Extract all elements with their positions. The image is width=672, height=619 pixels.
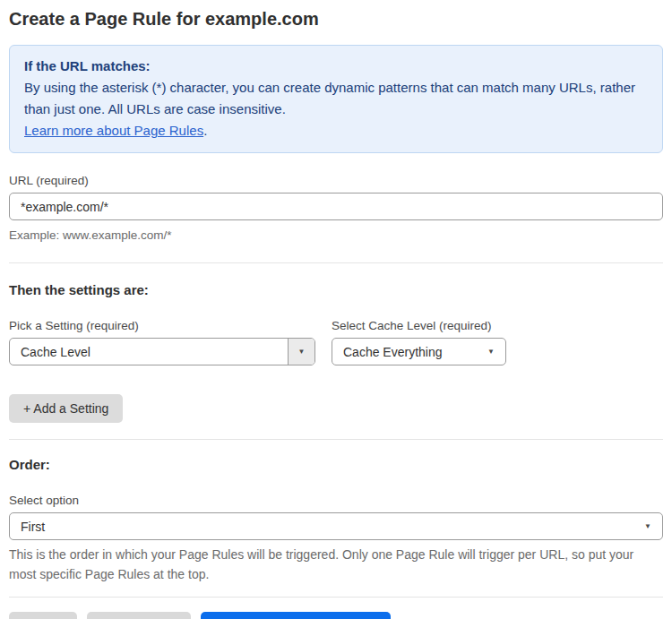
url-example-helper: Example: www.example.com/*	[9, 226, 663, 245]
settings-section-heading: Then the settings are:	[9, 281, 663, 298]
url-match-info-box: If the URL matches: By using the asteris…	[9, 45, 663, 153]
divider	[9, 262, 663, 263]
info-box-heading: If the URL matches:	[24, 56, 648, 77]
link-suffix: .	[203, 123, 207, 138]
setting-picker-group: Pick a Setting (required) Cache Level ▼	[9, 300, 315, 365]
order-select-label: Select option	[9, 493, 663, 508]
cache-level-value: Cache Everything	[332, 345, 477, 359]
save-as-draft-button[interactable]: Save as Draft	[87, 612, 192, 619]
url-field-label: URL (required)	[9, 173, 663, 188]
page-title: Create a Page Rule for example.com	[9, 7, 663, 30]
cache-level-group: Select Cache Level (required) Cache Ever…	[332, 300, 506, 365]
order-helper-text: This is the order in which your Page Rul…	[9, 546, 654, 584]
order-section-heading: Order:	[9, 456, 663, 473]
cancel-button[interactable]: Cancel	[9, 612, 77, 619]
learn-more-link[interactable]: Learn more about Page Rules	[24, 123, 203, 138]
url-input[interactable]	[9, 193, 663, 220]
order-select[interactable]: First ▼	[9, 512, 663, 540]
setting-picker-select[interactable]: Cache Level ▼	[9, 338, 315, 365]
cache-level-label: Select Cache Level (required)	[332, 318, 506, 333]
save-and-deploy-button[interactable]: Save and Deploy Page Rule	[201, 612, 391, 619]
order-select-value: First	[10, 520, 633, 534]
info-link-line: Learn more about Page Rules.	[24, 120, 648, 142]
setting-picker-label: Pick a Setting (required)	[9, 318, 315, 333]
create-page-rule-form: Create a Page Rule for example.com If th…	[0, 0, 672, 619]
setting-picker-value: Cache Level	[10, 345, 288, 359]
add-setting-button[interactable]: + Add a Setting	[9, 394, 123, 423]
dropdown-arrow-icon: ▼	[477, 348, 505, 356]
form-actions: Cancel Save as Draft Save and Deploy Pag…	[9, 612, 663, 619]
divider	[9, 597, 663, 598]
cache-level-select[interactable]: Cache Everything ▼	[332, 338, 506, 365]
dropdown-arrow-icon: ▼	[633, 523, 662, 530]
setting-picker-dropdown-button[interactable]: ▼	[288, 339, 314, 365]
info-box-body: By using the asterisk (*) character, you…	[24, 77, 648, 120]
dropdown-arrow-icon: ▼	[298, 348, 306, 356]
divider	[9, 439, 663, 440]
settings-row: Pick a Setting (required) Cache Level ▼ …	[9, 300, 663, 365]
